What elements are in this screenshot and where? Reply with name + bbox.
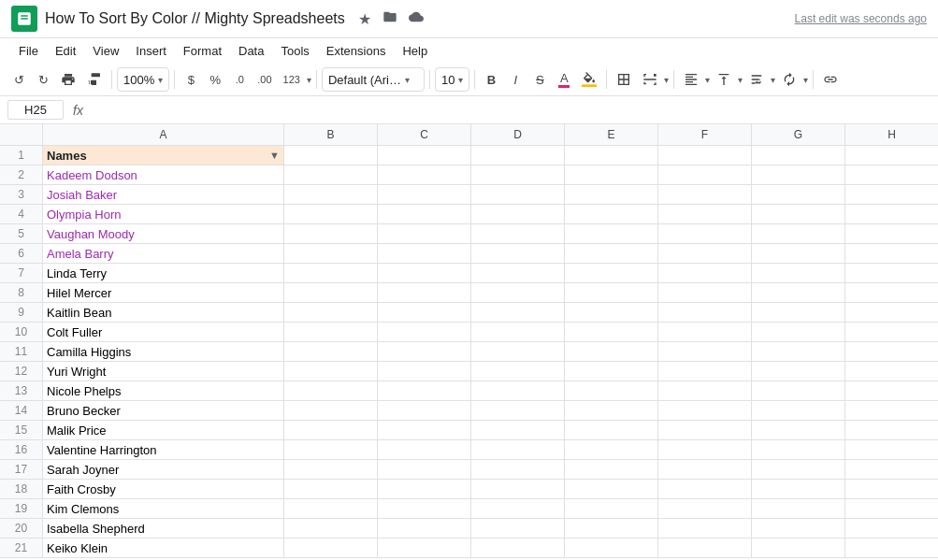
cell-h6[interactable] — [845, 244, 938, 263]
cell-g21[interactable] — [752, 538, 845, 557]
cell-d5[interactable] — [471, 224, 565, 243]
cell-c14[interactable] — [378, 401, 471, 420]
cell-f3[interactable] — [658, 185, 752, 204]
cell-b3[interactable] — [284, 185, 378, 204]
cell-f4[interactable] — [658, 205, 752, 223]
wrap-button[interactable] — [744, 67, 769, 92]
cell-c10[interactable] — [378, 323, 471, 341]
cell-f5[interactable] — [658, 224, 752, 243]
cell-f15[interactable] — [658, 421, 752, 439]
cell-c13[interactable] — [378, 381, 471, 400]
cell-a1[interactable]: Names ▼ — [43, 146, 284, 165]
dollar-button[interactable]: $ — [180, 67, 202, 92]
cell-d20[interactable] — [471, 519, 565, 538]
cell-e9[interactable] — [565, 303, 658, 322]
cell-g17[interactable] — [752, 460, 845, 479]
strikethrough-button[interactable]: S — [528, 67, 551, 92]
cell-h15[interactable] — [845, 421, 938, 439]
formula-input[interactable] — [93, 103, 931, 117]
cell-c17[interactable] — [378, 460, 471, 479]
cell-g20[interactable] — [752, 519, 845, 538]
cell-a15[interactable]: Malik Price — [43, 421, 284, 439]
link-button[interactable] — [818, 67, 843, 92]
cell-g18[interactable] — [752, 480, 845, 498]
col-header-b[interactable]: B — [284, 124, 378, 145]
cell-b4[interactable] — [284, 205, 378, 223]
cell-e3[interactable] — [565, 185, 658, 204]
col-header-e[interactable]: E — [565, 124, 658, 145]
cell-e18[interactable] — [565, 480, 658, 498]
cell-h10[interactable] — [845, 323, 938, 341]
cell-a6[interactable]: Amela Barry — [43, 244, 284, 263]
cell-f16[interactable] — [658, 440, 752, 459]
vert-align-button[interactable] — [712, 67, 736, 92]
cell-c5[interactable] — [378, 224, 471, 243]
cell-a7[interactable]: Linda Terry — [43, 264, 284, 282]
cell-b18[interactable] — [284, 480, 378, 498]
cell-e10[interactable] — [565, 323, 658, 341]
cell-a12[interactable]: Yuri Wright — [43, 362, 284, 381]
percent-button[interactable]: % — [204, 67, 226, 92]
cell-c11[interactable] — [378, 342, 471, 361]
cell-f18[interactable] — [658, 480, 752, 498]
cell-b20[interactable] — [284, 519, 378, 538]
cell-b5[interactable] — [284, 224, 378, 243]
text-align-button[interactable] — [679, 67, 703, 92]
cell-b2[interactable] — [284, 165, 378, 184]
underline-button[interactable]: A — [553, 67, 575, 92]
cell-e8[interactable] — [565, 283, 658, 302]
cell-g3[interactable] — [752, 185, 845, 204]
cell-g15[interactable] — [752, 421, 845, 439]
cell-e2[interactable] — [565, 165, 658, 184]
cell-b1[interactable] — [284, 146, 378, 165]
cell-h8[interactable] — [845, 283, 938, 302]
cell-g10[interactable] — [752, 323, 845, 341]
cell-h18[interactable] — [845, 480, 938, 498]
cell-a3[interactable]: Josiah Baker — [43, 185, 284, 204]
cell-c2[interactable] — [378, 165, 471, 184]
fill-color-button[interactable] — [577, 67, 601, 92]
cell-a14[interactable]: Bruno Becker — [43, 401, 284, 420]
cell-g16[interactable] — [752, 440, 845, 459]
cell-d4[interactable] — [471, 205, 565, 223]
cell-f13[interactable] — [658, 381, 752, 400]
cell-e15[interactable] — [565, 421, 658, 439]
cell-g6[interactable] — [752, 244, 845, 263]
col-header-f[interactable]: F — [658, 124, 752, 145]
cell-e5[interactable] — [565, 224, 658, 243]
cell-d9[interactable] — [471, 303, 565, 322]
cell-a21[interactable]: Keiko Klein — [43, 538, 284, 557]
cell-b6[interactable] — [284, 244, 378, 263]
cell-g7[interactable] — [752, 264, 845, 282]
cell-f1[interactable] — [658, 146, 752, 165]
cell-d2[interactable] — [471, 165, 565, 184]
cell-e20[interactable] — [565, 519, 658, 538]
merge-button[interactable] — [638, 67, 662, 92]
cell-c15[interactable] — [378, 421, 471, 439]
cell-e21[interactable] — [565, 538, 658, 557]
cell-g11[interactable] — [752, 342, 845, 361]
col-header-d[interactable]: D — [471, 124, 565, 145]
cell-a11[interactable]: Camilla Higgins — [43, 342, 284, 361]
cell-f6[interactable] — [658, 244, 752, 263]
col-header-h[interactable]: H — [845, 124, 938, 145]
cell-g12[interactable] — [752, 362, 845, 381]
menu-file[interactable]: File — [11, 40, 46, 62]
col-header-a[interactable]: A — [43, 124, 284, 145]
cell-c19[interactable] — [378, 499, 471, 518]
cell-f17[interactable] — [658, 460, 752, 479]
cell-f2[interactable] — [658, 165, 752, 184]
cell-c3[interactable] — [378, 185, 471, 204]
font-size-select[interactable]: 10 ▾ — [435, 67, 469, 92]
cell-b9[interactable] — [284, 303, 378, 322]
dec-decimals-button[interactable]: .0 — [228, 67, 251, 92]
cell-c1[interactable] — [378, 146, 471, 165]
cell-h3[interactable] — [845, 185, 938, 204]
cell-d3[interactable] — [471, 185, 565, 204]
cell-a18[interactable]: Faith Crosby — [43, 480, 284, 498]
menu-data[interactable]: Data — [231, 40, 271, 62]
cell-b13[interactable] — [284, 381, 378, 400]
cell-e14[interactable] — [565, 401, 658, 420]
cell-h12[interactable] — [845, 362, 938, 381]
cell-c20[interactable] — [378, 519, 471, 538]
